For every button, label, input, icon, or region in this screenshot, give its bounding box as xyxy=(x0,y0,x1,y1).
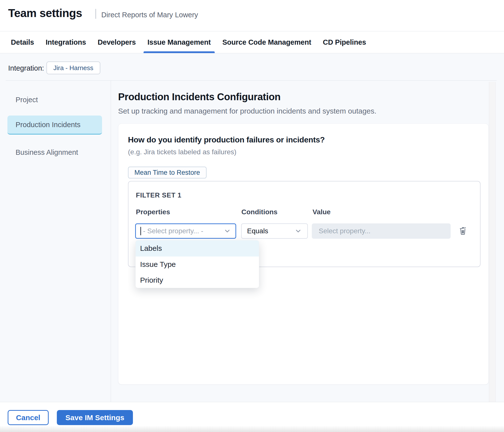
tab-developers[interactable]: Developers xyxy=(98,32,136,53)
value-input[interactable]: Select property... xyxy=(312,223,451,239)
page-header: Team settings Direct Reports of Mary Low… xyxy=(0,0,504,31)
dropdown-option-labels[interactable]: Labels xyxy=(136,240,259,256)
question-hint: (e.g. Jira tickets labeled as failures) xyxy=(128,148,236,156)
sidebar-item-production-incidents[interactable]: Production Incidents xyxy=(7,116,102,135)
section-title: Production Incidents Configuration xyxy=(118,91,280,102)
conditions-column-label: Conditions xyxy=(241,208,277,216)
chevron-down-icon xyxy=(294,227,302,235)
page-title: Team settings xyxy=(8,6,82,20)
condition-select-value: Equals xyxy=(247,227,268,235)
sidebar-divider xyxy=(111,81,111,402)
filter-set-title: FILTER SET 1 xyxy=(136,192,182,199)
property-select[interactable]: - Select property... - xyxy=(135,223,236,239)
tab-cd-pipelines[interactable]: CD Pipelines xyxy=(323,32,366,53)
question-heading: How do you identify production failures … xyxy=(128,135,325,144)
save-im-settings-button[interactable]: Save IM Settings xyxy=(57,410,133,425)
dropdown-option-issue-type[interactable]: Issue Type xyxy=(136,256,259,273)
property-dropdown-menu: Labels Issue Type Priority xyxy=(135,240,259,288)
value-column-label: Value xyxy=(313,208,331,216)
dropdown-option-priority[interactable]: Priority xyxy=(136,272,259,288)
properties-column-label: Properties xyxy=(136,208,170,216)
tab-issue-management[interactable]: Issue Management xyxy=(147,32,211,53)
delete-filter-button[interactable] xyxy=(458,224,468,237)
tab-integrations[interactable]: Integrations xyxy=(46,32,86,53)
scrollbar-track[interactable] xyxy=(489,82,496,402)
sidebar-item-project[interactable]: Project xyxy=(16,96,38,104)
section-subtitle: Set up tracking and management for produ… xyxy=(118,107,377,115)
tab-bar: Details Integrations Developers Issue Ma… xyxy=(0,32,504,53)
page-subtitle: Direct Reports of Mary Lowery xyxy=(101,11,198,19)
tab-source-code-management[interactable]: Source Code Management xyxy=(222,32,311,53)
content-top-divider xyxy=(6,80,497,81)
property-select-placeholder: - Select property... - xyxy=(143,227,203,235)
integration-label: Integration: xyxy=(8,64,44,72)
mean-time-to-restore-chip[interactable]: Mean Time to Restore xyxy=(128,167,207,178)
sidebar-item-business-alignment[interactable]: Business Alignment xyxy=(16,148,78,157)
trash-icon xyxy=(458,225,468,236)
integration-chip[interactable]: Jira - Harness xyxy=(46,61,100,74)
tab-details[interactable]: Details xyxy=(11,32,34,53)
chevron-down-icon xyxy=(224,227,231,235)
title-separator xyxy=(95,9,96,19)
cancel-button[interactable]: Cancel xyxy=(8,410,49,425)
text-cursor xyxy=(140,227,141,235)
value-input-placeholder: Select property... xyxy=(319,227,371,235)
condition-select[interactable]: Equals xyxy=(241,223,308,239)
